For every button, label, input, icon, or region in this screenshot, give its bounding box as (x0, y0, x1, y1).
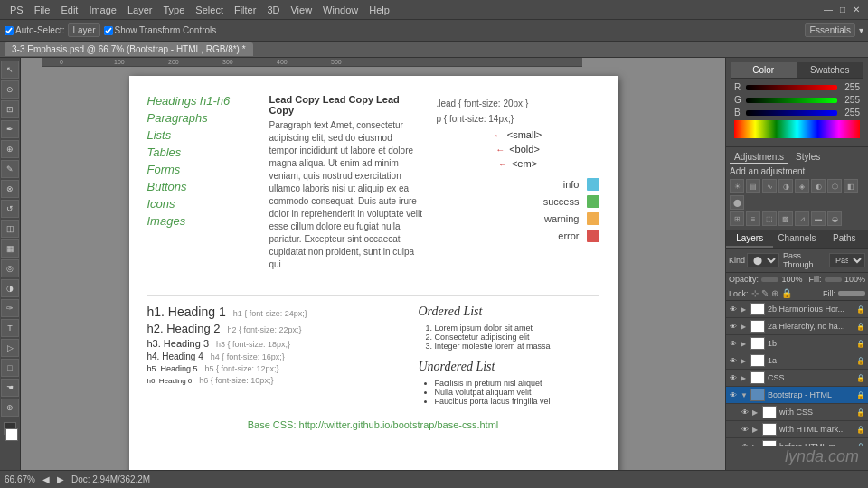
brush-tool[interactable]: ✎ (1, 160, 19, 178)
menu-ps[interactable]: PS (5, 5, 29, 15)
menu-help[interactable]: Help (363, 5, 395, 15)
expand-icon-1b[interactable]: ▶ (741, 340, 748, 348)
layer-type-filter[interactable]: ⬤ T ⊡ (747, 253, 779, 267)
expand-icon-2a[interactable]: ▶ (741, 323, 748, 331)
menu-window[interactable]: Window (317, 5, 363, 15)
visibility-icon-withhtml[interactable]: 👁 (741, 425, 750, 434)
text-tool[interactable]: T (1, 319, 19, 337)
posterize-icon[interactable]: ▩ (778, 211, 793, 226)
nav-forms[interactable]: Forms (147, 163, 256, 176)
bw-icon[interactable]: ◧ (844, 179, 858, 193)
lock-draw-icon[interactable]: ✎ (761, 288, 769, 298)
layer-selector[interactable]: Layer (68, 23, 99, 37)
b-slider[interactable] (746, 110, 837, 116)
exposure-icon[interactable]: ◑ (778, 179, 793, 193)
document-tab[interactable]: 3-3 Emphasis.psd @ 66.7% (Bootstrap - HT… (5, 42, 253, 56)
threshold-icon[interactable]: ⊿ (795, 211, 809, 226)
hand-tool[interactable]: ☚ (1, 379, 19, 397)
vibrance-icon[interactable]: ◈ (795, 179, 809, 193)
shape-tool[interactable]: □ (1, 359, 19, 377)
visibility-icon-css[interactable]: 👁 (729, 373, 738, 382)
essentials-btn[interactable]: Essentials (805, 23, 855, 37)
g-slider[interactable] (746, 98, 837, 103)
levels-icon[interactable]: ▤ (746, 179, 760, 193)
hue-sat-icon[interactable]: ◐ (811, 179, 826, 193)
expand-icon-1a[interactable]: ▶ (741, 357, 748, 365)
layer-item-bootstrap[interactable]: 👁 ▼ Bootstrap - HTML 🔒 (726, 387, 868, 404)
expand-icon-bootstrap[interactable]: ▼ (741, 391, 748, 399)
transform-controls-checkbox[interactable]: Show Transform Controls (104, 25, 217, 35)
visibility-icon-withcss[interactable]: 👁 (741, 408, 750, 417)
clone-tool[interactable]: ⊗ (1, 180, 19, 198)
blur-tool[interactable]: ◎ (1, 259, 19, 277)
panel-toggle[interactable]: ▾ (859, 25, 863, 35)
lock-position-icon[interactable]: ⊹ (751, 288, 759, 298)
visibility-icon-1b[interactable]: 👁 (729, 339, 738, 348)
styles-tab[interactable]: Styles (791, 151, 825, 164)
invert-icon[interactable]: ⬚ (762, 211, 777, 226)
expand-icon-2b[interactable]: ▶ (741, 305, 748, 314)
fill-slider2[interactable] (838, 291, 865, 296)
lasso-tool[interactable]: ⊙ (1, 80, 19, 99)
close-btn[interactable]: ✕ (849, 5, 863, 14)
color-tab[interactable]: Color (731, 62, 797, 78)
visibility-icon-2b[interactable]: 👁 (729, 305, 738, 314)
adjustments-tab[interactable]: Adjustments (730, 151, 788, 164)
minimize-btn[interactable]: — (820, 5, 836, 14)
dodge-tool[interactable]: ◑ (1, 279, 19, 297)
r-slider[interactable] (746, 85, 837, 90)
expand-icon-withcss[interactable]: ▶ (752, 408, 760, 417)
expand-icon-beforehtml[interactable]: ▶ (752, 443, 760, 446)
layer-item-2b[interactable]: 👁 ▶ 2b Harmonious Hor... 🔒 (726, 301, 868, 318)
menu-image[interactable]: Image (83, 5, 122, 15)
expand-icon-withhtml[interactable]: ▶ (752, 426, 760, 434)
auto-select-checkbox[interactable]: Auto-Select: (5, 25, 64, 35)
menu-file[interactable]: File (29, 5, 56, 15)
layer-item-1b[interactable]: 👁 ▶ 1b 🔒 (726, 335, 868, 352)
menu-3d[interactable]: 3D (261, 5, 285, 15)
nav-tables[interactable]: Tables (147, 145, 256, 159)
visibility-icon-beforehtml[interactable]: 👁 (741, 442, 750, 446)
menu-layer[interactable]: Layer (122, 5, 158, 15)
channel-mixer-icon[interactable]: ⊞ (730, 211, 744, 226)
arrow-next[interactable]: ▶ (57, 474, 64, 484)
pen-tool[interactable]: ✑ (1, 299, 19, 317)
photo-filter-icon[interactable]: ⬤ (730, 195, 744, 210)
layer-item-css[interactable]: 👁 ▶ CSS 🔒 (726, 370, 868, 387)
nav-paragraphs[interactable]: Paragraphs (147, 111, 256, 125)
layer-item-withcss[interactable]: 👁 ▶ with CSS 🔒 (726, 404, 868, 421)
menu-type[interactable]: Type (158, 5, 191, 15)
menu-edit[interactable]: Edit (55, 5, 83, 15)
nav-headings[interactable]: Headings h1-h6 (147, 94, 256, 108)
nav-icons[interactable]: Icons (147, 197, 256, 211)
color-balance-icon[interactable]: ⬡ (827, 179, 842, 193)
layer-item-2a[interactable]: 👁 ▶ 2a Hierarchy, no ha... 🔒 (726, 318, 868, 335)
nav-buttons[interactable]: Buttons (147, 180, 256, 193)
layer-blend-mode[interactable]: Pass Through Normal (829, 253, 865, 267)
visibility-icon-bootstrap[interactable]: 👁 (729, 390, 738, 399)
maximize-btn[interactable]: □ (836, 5, 849, 14)
selective-color-icon[interactable]: ◒ (827, 211, 842, 226)
visibility-icon-2a[interactable]: 👁 (729, 322, 738, 331)
history-brush-tool[interactable]: ↺ (1, 200, 19, 218)
nav-images[interactable]: Images (147, 214, 256, 228)
paths-tab[interactable]: Paths (821, 230, 868, 248)
expand-icon-css[interactable]: ▶ (741, 374, 748, 382)
spot-heal-tool[interactable]: ⊕ (1, 140, 19, 158)
menu-select[interactable]: Select (190, 5, 229, 15)
background-color[interactable] (5, 428, 18, 441)
channels-tab[interactable]: Channels (773, 230, 820, 248)
opacity-slider[interactable] (761, 277, 778, 282)
swatches-tab[interactable]: Swatches (797, 62, 864, 78)
layer-item-beforehtml[interactable]: 👁 ▶ before HTML m... 🔒 (726, 438, 868, 446)
curves-icon[interactable]: ∿ (762, 179, 777, 193)
color-spectrum[interactable] (734, 120, 860, 138)
layer-item-1a[interactable]: 👁 ▶ 1a 🔒 (726, 352, 868, 370)
lock-move-icon[interactable]: ⊕ (771, 288, 778, 298)
select-tool[interactable]: ↖ (1, 61, 19, 79)
color-lookup-icon[interactable]: ≡ (746, 211, 760, 226)
crop-tool[interactable]: ⊡ (1, 100, 19, 118)
layers-tab[interactable]: Layers (726, 230, 773, 248)
nav-lists[interactable]: Lists (147, 128, 256, 142)
lock-all-icon[interactable]: 🔒 (781, 288, 792, 298)
